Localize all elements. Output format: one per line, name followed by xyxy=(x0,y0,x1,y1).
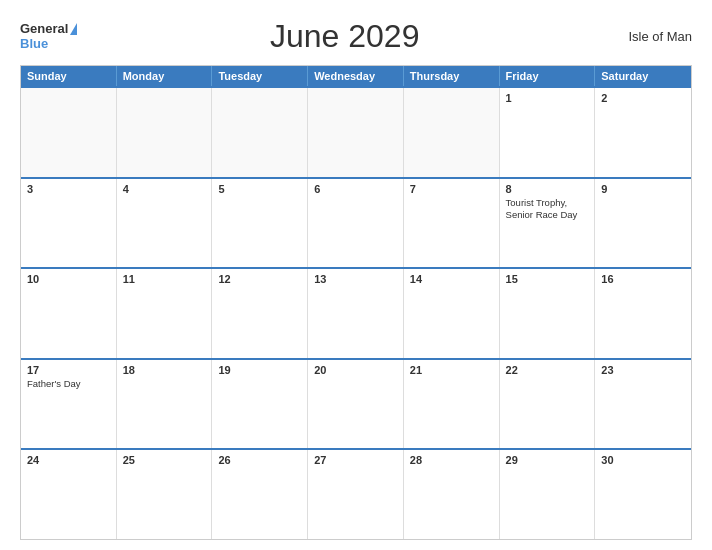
page: General Blue June 2029 Isle of Man Sunda… xyxy=(0,0,712,550)
day-number: 28 xyxy=(410,454,493,466)
calendar-week-3: 10111213141516 xyxy=(21,267,691,358)
calendar-cell: 6 xyxy=(308,179,404,268)
day-number: 20 xyxy=(314,364,397,376)
calendar-header-sunday: Sunday xyxy=(21,66,117,86)
calendar-cell: 5 xyxy=(212,179,308,268)
calendar-cell xyxy=(117,88,213,177)
calendar-cell: 12 xyxy=(212,269,308,358)
day-number: 16 xyxy=(601,273,685,285)
day-number: 2 xyxy=(601,92,685,104)
day-number: 4 xyxy=(123,183,206,195)
calendar-cell: 28 xyxy=(404,450,500,539)
logo: General Blue xyxy=(20,22,77,51)
calendar-cell: 15 xyxy=(500,269,596,358)
day-number: 19 xyxy=(218,364,301,376)
logo-general-text: General xyxy=(20,22,68,36)
day-number: 8 xyxy=(506,183,589,195)
calendar: SundayMondayTuesdayWednesdayThursdayFrid… xyxy=(20,65,692,540)
day-number: 24 xyxy=(27,454,110,466)
day-number: 3 xyxy=(27,183,110,195)
day-number: 23 xyxy=(601,364,685,376)
calendar-cell xyxy=(212,88,308,177)
calendar-cell: 16 xyxy=(595,269,691,358)
calendar-cell xyxy=(308,88,404,177)
calendar-cell: 29 xyxy=(500,450,596,539)
day-number: 22 xyxy=(506,364,589,376)
calendar-week-4: 17Father's Day181920212223 xyxy=(21,358,691,449)
header: General Blue June 2029 Isle of Man xyxy=(20,18,692,55)
day-number: 21 xyxy=(410,364,493,376)
calendar-cell: 13 xyxy=(308,269,404,358)
event-text: Tourist Trophy, Senior Race Day xyxy=(506,197,589,222)
calendar-cell: 1 xyxy=(500,88,596,177)
calendar-cell: 7 xyxy=(404,179,500,268)
day-number: 29 xyxy=(506,454,589,466)
calendar-header-saturday: Saturday xyxy=(595,66,691,86)
calendar-cell: 25 xyxy=(117,450,213,539)
calendar-header: SundayMondayTuesdayWednesdayThursdayFrid… xyxy=(21,66,691,86)
day-number: 6 xyxy=(314,183,397,195)
calendar-cell: 3 xyxy=(21,179,117,268)
logo-triangle-icon xyxy=(70,23,77,35)
day-number: 26 xyxy=(218,454,301,466)
calendar-week-1: 12 xyxy=(21,86,691,177)
calendar-week-2: 345678Tourist Trophy, Senior Race Day9 xyxy=(21,177,691,268)
calendar-cell: 11 xyxy=(117,269,213,358)
calendar-header-friday: Friday xyxy=(500,66,596,86)
calendar-cell: 2 xyxy=(595,88,691,177)
day-number: 27 xyxy=(314,454,397,466)
day-number: 30 xyxy=(601,454,685,466)
day-number: 13 xyxy=(314,273,397,285)
calendar-cell: 10 xyxy=(21,269,117,358)
day-number: 9 xyxy=(601,183,685,195)
calendar-cell: 14 xyxy=(404,269,500,358)
calendar-cell: 17Father's Day xyxy=(21,360,117,449)
calendar-cell xyxy=(21,88,117,177)
calendar-cell xyxy=(404,88,500,177)
calendar-cell: 30 xyxy=(595,450,691,539)
calendar-header-wednesday: Wednesday xyxy=(308,66,404,86)
calendar-body: 12345678Tourist Trophy, Senior Race Day9… xyxy=(21,86,691,539)
calendar-cell: 4 xyxy=(117,179,213,268)
event-text: Father's Day xyxy=(27,378,110,390)
day-number: 10 xyxy=(27,273,110,285)
logo-blue-text: Blue xyxy=(20,37,48,51)
calendar-cell: 9 xyxy=(595,179,691,268)
day-number: 17 xyxy=(27,364,110,376)
day-number: 15 xyxy=(506,273,589,285)
calendar-cell: 24 xyxy=(21,450,117,539)
day-number: 18 xyxy=(123,364,206,376)
calendar-cell: 8Tourist Trophy, Senior Race Day xyxy=(500,179,596,268)
day-number: 5 xyxy=(218,183,301,195)
month-title: June 2029 xyxy=(77,18,612,55)
calendar-week-5: 24252627282930 xyxy=(21,448,691,539)
calendar-cell: 19 xyxy=(212,360,308,449)
calendar-header-thursday: Thursday xyxy=(404,66,500,86)
calendar-cell: 18 xyxy=(117,360,213,449)
day-number: 11 xyxy=(123,273,206,285)
calendar-cell: 23 xyxy=(595,360,691,449)
region-label: Isle of Man xyxy=(612,29,692,44)
day-number: 7 xyxy=(410,183,493,195)
calendar-header-monday: Monday xyxy=(117,66,213,86)
calendar-cell: 22 xyxy=(500,360,596,449)
calendar-header-tuesday: Tuesday xyxy=(212,66,308,86)
day-number: 14 xyxy=(410,273,493,285)
day-number: 25 xyxy=(123,454,206,466)
day-number: 12 xyxy=(218,273,301,285)
calendar-cell: 21 xyxy=(404,360,500,449)
calendar-cell: 27 xyxy=(308,450,404,539)
calendar-cell: 26 xyxy=(212,450,308,539)
day-number: 1 xyxy=(506,92,589,104)
calendar-cell: 20 xyxy=(308,360,404,449)
